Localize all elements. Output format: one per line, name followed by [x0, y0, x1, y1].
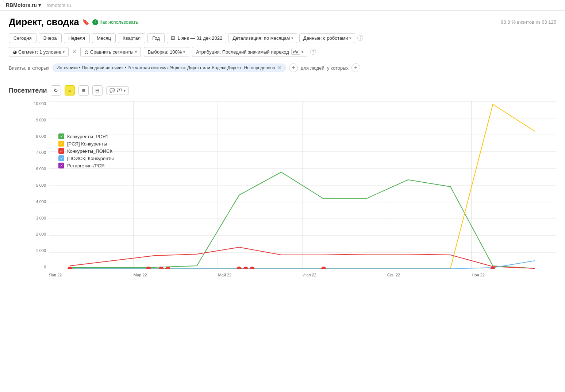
legend-label-0: Конкуренты_РСЯ1	[67, 134, 108, 139]
legend-toggle-button[interactable]: 💬 7/7 ▾	[106, 86, 129, 94]
filter-tag-text: Источники • Последний источник • Рекламн…	[57, 65, 275, 70]
chart-wrapper: 10 000 9 000 8 000 7 000 6 000 5 000 4 0…	[9, 101, 556, 284]
legend-chevron-icon: ▾	[124, 89, 126, 93]
marker-mar1-label: Н	[147, 268, 150, 269]
chart-header: Посетители ↻ ≈ ≡ ⊟ 💬 7/7 ▾	[9, 85, 556, 96]
period-yesterday[interactable]: Вчера	[39, 33, 62, 43]
marker-may2-label: )	[245, 268, 246, 269]
marker-jan-label: Н	[69, 268, 71, 269]
attribution-selector[interactable]: Атрибуция: Последний значимый переход к/…	[192, 47, 307, 57]
filter-prefix: Визиты, в которых	[9, 65, 49, 71]
marker-mar3-label: )	[167, 268, 168, 269]
page-title-group: Директ, сводка 🔖 i Как использовать	[9, 16, 138, 28]
sample-chevron-icon: ▾	[183, 50, 185, 54]
x-axis: Янв 22 Мар 22 Май 22 Июл 22 Сен 22 Ноя 2…	[49, 273, 556, 284]
detail-selector[interactable]: Детализация: по месяцам ▾	[228, 33, 297, 43]
compare-segments-button[interactable]: ⚖ Сравнить сегменты ▾	[80, 47, 141, 57]
marker-may1-label: Н	[238, 268, 240, 269]
filter-tag: Источники • Последний источник • Рекламн…	[52, 63, 286, 72]
site-url: rbmotors.ru ·	[47, 3, 74, 8]
y-label-9000: 9 000	[36, 118, 46, 122]
data-selector[interactable]: Данные: с роботами ▾	[299, 33, 355, 43]
chart-legend: ✓ Конкуренты_РСЯ1 ✓ [РСЯ] Конкуренты ✓ К…	[58, 133, 114, 168]
y-label-8000: 8 000	[36, 134, 46, 139]
bookmark-icon[interactable]: 🔖	[82, 19, 89, 26]
chart-svg: Н Н ) ) Н ) ) Н Н	[49, 101, 556, 269]
x-label-jul: Июл 22	[303, 273, 387, 284]
segment-label: Сегмент: 1 условие	[18, 49, 61, 55]
legend-item-3[interactable]: ✓ [ПОИСК] Конкуренты	[58, 155, 114, 161]
bar-chart-icon-button[interactable]: ⊟	[92, 85, 103, 96]
x-label-nov: Ноя 22	[472, 273, 556, 284]
refresh-icon-button[interactable]: ↻	[51, 85, 61, 96]
attribution-kd: к/д	[291, 49, 300, 55]
area-chart-icon-button[interactable]: ≡	[78, 85, 89, 96]
info-icon: i	[92, 19, 98, 25]
sample-selector[interactable]: Выборка: 100% ▾	[144, 47, 189, 57]
y-label-7000: 7 000	[36, 150, 46, 155]
y-label-2000: 2 000	[36, 232, 46, 236]
legend-label-2: Конкуренты_ПОИСК	[67, 148, 112, 154]
segment-selector[interactable]: ◕ Сегмент: 1 условие ▾	[9, 47, 69, 57]
legend-item-1[interactable]: ✓ [РСЯ] Конкуренты	[58, 141, 114, 147]
detail-chevron-icon: ▾	[291, 36, 293, 40]
legend-checkbox-3: ✓	[58, 155, 64, 161]
page-title: Директ, сводка	[9, 16, 79, 28]
y-label-5000: 5 000	[36, 183, 46, 187]
brand-chevron-icon: ▾	[38, 2, 41, 8]
y-axis: 10 000 9 000 8 000 7 000 6 000 5 000 4 0…	[29, 101, 47, 269]
segment-help-icon[interactable]: ?	[310, 49, 316, 55]
legend-label-4: Ретаргетинг/РСЯ	[67, 163, 104, 168]
calendar-icon: ⊞	[171, 35, 175, 41]
data-label: Данные: с роботами	[303, 35, 348, 41]
chart-title: Посетители	[9, 87, 47, 94]
legend-label-1: [РСЯ] Конкуренты	[67, 141, 107, 147]
data-chevron-icon: ▾	[349, 36, 351, 40]
brand-selector[interactable]: RBMotors.ru ▾	[6, 2, 41, 8]
y-label-6000: 6 000	[36, 167, 46, 171]
period-week[interactable]: Неделя	[64, 33, 90, 43]
legend-count: 7/7	[116, 88, 123, 93]
segment-close-button[interactable]: ✕	[72, 48, 77, 55]
y-label-0: 0	[44, 265, 46, 269]
x-label-may: Май 22	[218, 273, 303, 284]
chart-section: Посетители ↻ ≈ ≡ ⊟ 💬 7/7 ▾ 10 000 9 000 …	[9, 82, 556, 284]
y-label-10000: 10 000	[34, 101, 46, 106]
line-chart-icon-button[interactable]: ≈	[65, 85, 75, 96]
help-text: Как использовать	[100, 19, 138, 25]
marker-jul-label: Н	[323, 268, 325, 269]
filter-add-people-button[interactable]: +	[351, 63, 360, 72]
period-month[interactable]: Месяц	[92, 33, 116, 43]
legend-checkbox-0: ✓	[58, 133, 64, 139]
filter-bar: Визиты, в которых Источники • Последний …	[9, 61, 556, 75]
help-link[interactable]: i Как использовать	[92, 19, 138, 25]
detail-label: Детализация: по месяцам	[232, 35, 290, 41]
segment-toolbar: ◕ Сегмент: 1 условие ▾ ✕ ⚖ Сравнить сегм…	[9, 47, 556, 57]
period-year[interactable]: Год	[147, 33, 165, 43]
page-header: Директ, сводка 🔖 i Как использовать 98,8…	[9, 16, 556, 28]
date-range-value: 1 янв — 31 дек 2022	[177, 35, 222, 41]
legend-checkbox-2: ✓	[58, 148, 64, 154]
legend-label-3: [ПОИСК] Конкуренты	[67, 156, 114, 161]
x-label-jan: Янв 22	[49, 273, 134, 284]
filter-add-button[interactable]: +	[289, 63, 298, 72]
period-today[interactable]: Сегодня	[9, 33, 36, 43]
line-rsya-konkyrenty	[70, 104, 535, 268]
marker-nov-label: Н	[492, 268, 494, 269]
y-label-4000: 4 000	[36, 199, 46, 204]
legend-item-2[interactable]: ✓ Конкуренты_ПОИСК	[58, 148, 114, 154]
y-label-1000: 1 000	[36, 248, 46, 253]
legend-item-0[interactable]: ✓ Конкуренты_РСЯ1	[58, 133, 114, 139]
period-quarter[interactable]: Квартал	[118, 33, 145, 43]
toolbar-help-icon[interactable]: ?	[357, 35, 363, 41]
filter-tag-close-icon[interactable]: ✕	[277, 65, 282, 71]
page-stat: 98,8 % визитов из 63 125	[501, 19, 556, 25]
page-content: Директ, сводка 🔖 i Как использовать 98,8…	[0, 11, 565, 290]
marker-mar2-label: )	[161, 268, 162, 269]
attribution-chevron-icon: ▾	[301, 50, 303, 54]
legend-item-4[interactable]: ✓ Ретаргетинг/РСЯ	[58, 163, 114, 168]
filter-suffix: для людей, у которых	[301, 65, 349, 71]
date-range-picker[interactable]: ⊞ 1 янв — 31 дек 2022	[167, 33, 226, 43]
period-toolbar: Сегодня Вчера Неделя Месяц Квартал Год ⊞…	[9, 33, 556, 43]
sample-label: Выборка: 100%	[148, 49, 182, 55]
